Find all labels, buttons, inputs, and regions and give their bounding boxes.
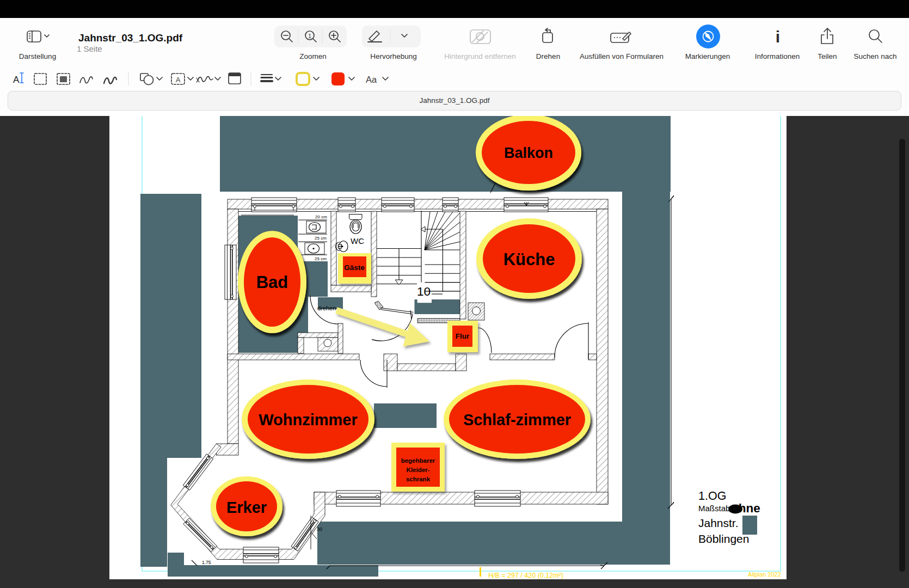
svg-text:25 cm: 25 cm xyxy=(315,236,327,241)
svg-text:1: 1 xyxy=(308,33,311,39)
svg-text:A: A xyxy=(13,75,20,85)
svg-text:25 cm: 25 cm xyxy=(315,256,327,261)
svg-text:Aa: Aa xyxy=(366,75,377,84)
svg-text:i: i xyxy=(776,28,780,46)
svg-text:Balkon: Balkon xyxy=(504,145,553,161)
svg-text:ohne: ohne xyxy=(731,501,760,515)
svg-text:Kleider-: Kleider- xyxy=(407,467,430,473)
svg-text:begehbarer: begehbarer xyxy=(401,457,435,464)
svg-text:Allplan 2022: Allplan 2022 xyxy=(748,571,781,578)
svg-text:Böblingen: Böblingen xyxy=(698,532,749,545)
svg-text:Küche: Küche xyxy=(503,250,555,269)
svg-text:Maßstab: Maßstab xyxy=(698,504,730,513)
svg-text:WC: WC xyxy=(351,236,364,246)
svg-text:drehen: drehen xyxy=(317,305,336,311)
svg-text:Schlaf-zimmer: Schlaf-zimmer xyxy=(463,411,571,428)
svg-text:Flur: Flur xyxy=(456,332,470,340)
svg-text:30: 30 xyxy=(317,526,322,532)
svg-text:1.75: 1.75 xyxy=(202,560,211,565)
svg-text:H/B = 297 / 420 (0.12m²): H/B = 297 / 420 (0.12m²) xyxy=(488,572,563,579)
svg-text:Erker: Erker xyxy=(226,499,267,516)
svg-text:1.OG: 1.OG xyxy=(698,489,726,503)
svg-text:A: A xyxy=(176,76,181,84)
svg-text:20 cm: 20 cm xyxy=(315,215,327,219)
svg-text:Wohnzimmer: Wohnzimmer xyxy=(259,411,358,428)
svg-text:10: 10 xyxy=(417,285,431,298)
svg-text:Gäste: Gäste xyxy=(344,264,365,272)
svg-text:Jahnstr. 1: Jahnstr. 1 xyxy=(698,517,748,529)
svg-text:Bad: Bad xyxy=(256,273,288,292)
svg-text:schrank: schrank xyxy=(406,476,431,482)
